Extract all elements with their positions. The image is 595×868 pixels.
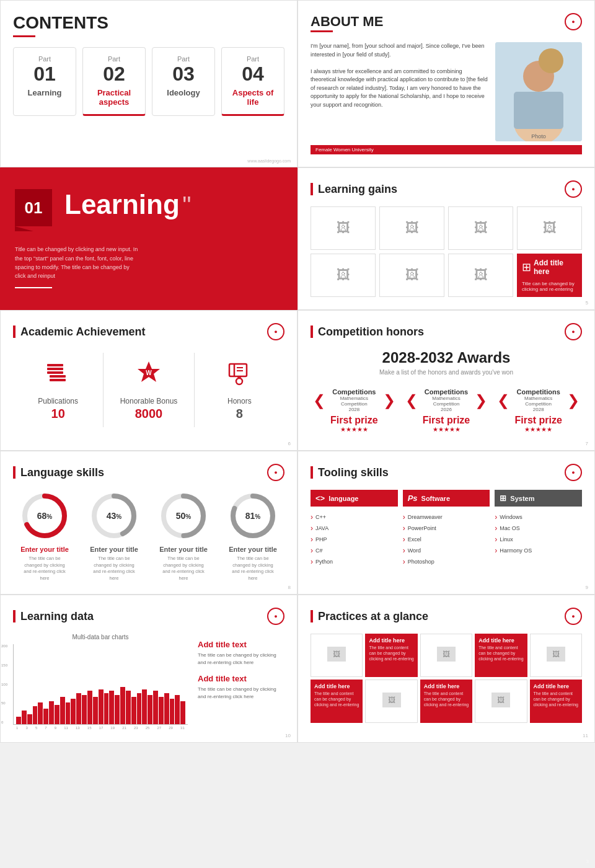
tool-cols: <> language C++ JAVA PHP C# Python Ps So… <box>311 490 582 570</box>
slide-tooling: Tooling skills ● <> language C++ JAVA PH… <box>298 451 595 595</box>
part-name-01: Learning <box>19 88 71 97</box>
tool-item-linux: Linux <box>495 534 582 545</box>
svg-text:Photo: Photo <box>531 133 546 140</box>
prac-desc-5: The title and content can be changed by … <box>534 691 578 707</box>
section-bar <box>311 183 313 195</box>
prac-desc-3: The title and content can be changed by … <box>314 691 359 707</box>
award-comp-1: Competitions <box>327 388 382 396</box>
page-num: 7 <box>586 441 588 446</box>
page-num: 8 <box>288 585 291 590</box>
prac-cell-red-5[interactable]: Add title here The title and content can… <box>530 680 582 723</box>
section-title-bar: Language skills ● <box>13 464 284 481</box>
gains-grid: 🖼 🖼 🖼 🖼 🖼 🖼 🖼 ⊞ Add title here Title can… <box>311 206 582 297</box>
data-text: Add title text The title can be changed … <box>198 634 284 730</box>
lang-circle-50: 50% Enter your title The title can be ch… <box>159 491 208 582</box>
learning-title: Learning <box>64 189 180 219</box>
tool-col-system: ⊞ System Windows Mac OS Linux Harmony OS <box>495 490 582 570</box>
bar-16 <box>99 689 104 724</box>
y-axis: 200150100500 <box>1 644 7 724</box>
bar-28 <box>164 693 169 724</box>
achievement-items: Publications 10 W Honorable Bonus 8000 <box>13 353 284 427</box>
badge-logo: ● <box>267 464 284 481</box>
award-inner-3: Competitions Mathematics Competition 202… <box>511 388 566 412</box>
prac-cell-red-1[interactable]: Add title here The title and content can… <box>365 634 417 677</box>
prac-cell-img-1: 🖼 <box>311 634 363 677</box>
contents-title: CONTENTS <box>13 13 284 33</box>
award-stars-3: ★★★★★ <box>497 426 580 433</box>
lang-desc-81: The title can be changed by clicking and… <box>228 556 278 582</box>
bar-17 <box>104 693 109 724</box>
circle-container-43: 43% <box>89 491 139 541</box>
badge-logo: ● <box>267 608 284 625</box>
bar-14 <box>87 691 92 724</box>
achievement-publications: Publications 10 <box>13 353 104 427</box>
section-title: Practices at a glance <box>318 610 428 623</box>
slide-learning-gains: Learning gains ● 🖼 🖼 🖼 🖼 🖼 🖼 🖼 ⊞ Add tit… <box>298 167 595 310</box>
prac-cell-red-3[interactable]: Add title here The title and content can… <box>311 680 363 723</box>
bar-19 <box>115 695 120 725</box>
prac-title-2: Add title here <box>478 637 523 644</box>
about-text: I'm [your name], from [your school and m… <box>311 42 489 141</box>
section-bar <box>311 610 313 622</box>
about-header: ABOUT ME ● <box>311 13 582 30</box>
bar-23 <box>137 693 142 724</box>
tool-col-label-soft: Software <box>421 495 450 502</box>
section-bar <box>311 326 313 338</box>
add-title: Add title here <box>534 259 577 276</box>
prac-cell-red-2[interactable]: Add title here The title and content can… <box>475 634 527 677</box>
part-num-03: 03 <box>157 63 209 86</box>
circle-container-68: 68% <box>20 491 69 541</box>
parts-grid: Part 01 Learning Part 02 Practical aspec… <box>13 47 284 116</box>
lang-circle-43: 43% Enter your title The title can be ch… <box>89 491 139 582</box>
page-num: 6 <box>288 441 291 446</box>
circle-container-50: 50% <box>159 491 208 541</box>
section-title-bar: Learning data ● <box>13 608 284 625</box>
section-title: Learning data <box>20 610 94 623</box>
gain-cell-5: 🖼 <box>311 254 376 297</box>
part-label-04: Part <box>227 55 279 63</box>
circle-text-68: 68% <box>37 511 52 521</box>
part-card-04[interactable]: Part 04 Aspects of life <box>221 47 284 116</box>
ps-icon: Ps <box>408 494 418 503</box>
part-card-02[interactable]: Part 02 Practical aspects <box>82 47 146 116</box>
circle-text-50: 50% <box>176 511 191 521</box>
bar-2 <box>22 711 27 725</box>
bar-1 <box>16 717 21 725</box>
award-card-2: ❮ Competitions Mathematics Competition 2… <box>403 383 490 438</box>
gain-cell-red[interactable]: ⊞ Add title here Title can be changed by… <box>517 254 582 297</box>
bar-7 <box>49 701 54 725</box>
red-divider-white <box>15 287 52 288</box>
gain-cell-4: 🖼 <box>517 206 582 250</box>
bar-25 <box>148 695 152 725</box>
tool-item-python: Python <box>311 556 398 567</box>
red-divider <box>13 35 35 37</box>
add-desc-1: The title can be changed by clicking and… <box>198 652 284 666</box>
award-card-1: ❮ Competitions Mathematics Competition 2… <box>311 383 398 438</box>
bar-3 <box>27 714 32 724</box>
x-axis: 135791113151719212325272931 <box>13 726 188 730</box>
section-title: Language skills <box>20 466 104 479</box>
page-num: 5 <box>586 300 588 306</box>
part-num-02: 02 <box>88 63 140 86</box>
award-year-1: 2028 <box>327 407 382 412</box>
section-bar <box>13 466 15 479</box>
bar-21 <box>126 691 131 724</box>
comp-subtitle: Make a list of the honors and awards you… <box>311 369 582 376</box>
section-title-bar: Competition honors ● <box>311 323 582 340</box>
data-content: Multi-data bar charts 200150100500 <box>13 634 284 730</box>
prac-title-1: Add title here <box>369 637 413 644</box>
part-num-01: 01 <box>19 63 71 86</box>
award-event-1: Mathematics Competition <box>327 396 382 407</box>
lang-title-68: Enter your title <box>20 546 69 553</box>
prac-cell-red-4[interactable]: Add title here The title and content can… <box>420 680 472 723</box>
part-card-01[interactable]: Part 01 Learning <box>13 47 76 116</box>
svg-rect-7 <box>47 368 63 370</box>
tool-col-software: Ps Software Dreamweaver PowerPoint Excel… <box>403 490 490 570</box>
lang-desc-68: The title can be changed by clicking and… <box>20 556 69 582</box>
gain-cell-2: 🖼 <box>379 206 444 250</box>
part-name-02: Practical aspects <box>88 88 140 107</box>
part-card-03[interactable]: Part 03 Ideology <box>152 47 215 116</box>
prac-cell-img-2: 🖼 <box>420 634 472 677</box>
about-body: I'm [your name], from [your school and m… <box>311 42 582 141</box>
bar-26 <box>153 691 158 724</box>
